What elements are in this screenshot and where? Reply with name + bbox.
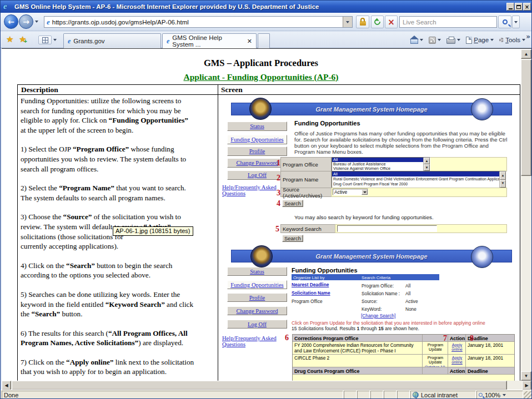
criteria-label: Source: — [362, 299, 378, 304]
address-bar[interactable]: e https://grants.ojp.usdoj.gov/gmsHelp/A… — [44, 16, 353, 28]
search-options-dropdown[interactable] — [512, 16, 520, 28]
page-menu-button[interactable]: Page — [464, 36, 495, 45]
gms-header-title: Grant Management System Homepage — [315, 253, 427, 260]
deadline-column-header: Deadline — [466, 367, 514, 375]
help-page: GMS – Applicant Procedures Applicant - F… — [2, 49, 520, 381]
stop-button[interactable]: × — [385, 16, 398, 28]
scroll-right-arrow[interactable]: ▶ — [522, 381, 531, 390]
history-dropdown[interactable] — [35, 21, 38, 23]
description-line: keyword in the field entitled “Keyword S… — [21, 300, 216, 310]
vertical-scroll-thumb[interactable] — [521, 59, 531, 176]
new-tab-stub[interactable] — [258, 33, 270, 48]
status-pane — [384, 391, 397, 399]
horizontal-scroll-thumb[interactable] — [12, 381, 507, 390]
add-favorite-icon[interactable]: ★+ — [19, 34, 26, 44]
description-line: search all program offices. — [21, 164, 216, 174]
scroll-down-arrow[interactable]: ▼ — [521, 371, 531, 381]
close-button[interactable]: × — [523, 3, 531, 11]
resize-grip[interactable] — [524, 391, 531, 398]
zoom-control[interactable]: 100% — [476, 391, 523, 399]
annotation-number-7: 7 — [443, 334, 447, 343]
gms-intro-text: Office of Justice Programs has many othe… — [294, 130, 508, 155]
toolbar-overflow-chevron[interactable]: » — [526, 33, 530, 41]
image-filename-tooltip: AP-06-1.jpg (108151 bytes) — [113, 226, 193, 236]
browser-viewport: GMS – Applicant Procedures Applicant - F… — [2, 48, 531, 390]
gms-sidebar-status: Status — [227, 122, 287, 131]
description-line: opportunities you wish to review. The sy… — [21, 154, 216, 164]
gms-source-label: Source (Active/Archives) — [280, 188, 332, 197]
gms-search-button: Search — [282, 235, 303, 242]
vertical-scrollbar[interactable]: ▲ ▼ — [521, 49, 531, 381]
results-row: FY 2000 Comprehensive Indian Resources f… — [293, 342, 514, 355]
gms-source-dropdown: Active — [333, 189, 368, 195]
description-line: 1) Select the OJP “Program Office” whose… — [21, 144, 216, 154]
page-title: GMS – Applicant Procedures — [2, 58, 520, 69]
back-button[interactable]: ← — [4, 14, 18, 29]
tab-gms-help[interactable]: e GMS Online Help System ... ✕ — [162, 33, 257, 48]
printer-icon — [446, 38, 455, 44]
criteria-label: Solicitation Name : — [362, 291, 400, 296]
gms-keyword-label: Keyword Search — [280, 224, 335, 233]
gms-program-name-listbox: AllRural Domestic Violence and Child Vic… — [332, 171, 506, 188]
scroll-left-arrow[interactable]: ◀ — [2, 381, 11, 390]
ie-logo-icon: e — [3, 2, 12, 11]
zone-label: Local intranet — [421, 392, 458, 398]
search-icon — [503, 19, 508, 24]
favorites-star-icon[interactable]: ★ — [6, 34, 13, 44]
page-favicon-icon: e — [47, 18, 50, 27]
home-icon — [410, 39, 418, 44]
description-line: 5) Searches can be done utilizing key wo… — [21, 290, 216, 300]
listbox-item: Rural Domestic Violence and Child Victim… — [332, 176, 506, 181]
criteria-label: Program Office: — [362, 283, 394, 289]
description-line: that you wish to apply for to begin an a… — [21, 367, 216, 377]
description-line: according to the options you selected ab… — [21, 270, 216, 280]
horizontal-scrollbar[interactable]: ◀ ▶ — [2, 381, 531, 390]
description-line: 6) The results for this search (“All Pro… — [21, 329, 216, 339]
search-go-button[interactable] — [498, 16, 511, 28]
scroll-up-arrow[interactable]: ▲ — [521, 49, 531, 59]
feeds-button[interactable] — [427, 36, 443, 45]
quick-tabs-button[interactable] — [38, 36, 52, 44]
deadline-value: January 18, 2001 — [466, 342, 514, 355]
home-button[interactable] — [409, 35, 425, 45]
tab-list-dropdown[interactable] — [53, 39, 57, 41]
gms-keyword-note: You may also search by keyword for fundi… — [294, 214, 508, 220]
organize-link-program-office: Program Office — [292, 299, 323, 304]
doj-seal-icon — [249, 98, 272, 120]
tools-menu-button[interactable]: Tools — [498, 36, 527, 44]
description-line: 2) Select the “Program Name” that you wa… — [21, 183, 216, 193]
security-zone-pane: Local intranet — [410, 391, 476, 399]
search-criteria-label: Search Criteria — [362, 275, 390, 280]
results-group-header: Corrections Program Office — [293, 335, 423, 342]
browser-window: e GMS Online Help System - AP-6 - Micros… — [0, 0, 532, 399]
tab-grants-gov[interactable]: e Grants.gov — [63, 33, 161, 48]
status-pane — [370, 391, 383, 399]
live-search-input[interactable]: Live Search — [399, 16, 497, 28]
description-line: at the upper left of the screen to begin… — [21, 125, 216, 135]
gms-sidebar-funding-opportunities: Funding Opportunities — [227, 280, 287, 289]
address-dropdown[interactable] — [343, 17, 352, 27]
status-text: Done — [2, 391, 343, 399]
zoom-magnifier-icon — [479, 393, 483, 397]
criteria-value: All — [405, 283, 410, 289]
maximize-button[interactable] — [515, 3, 523, 11]
intranet-globe-icon — [413, 392, 419, 398]
rss-feed-icon — [429, 37, 436, 44]
refresh-button[interactable] — [371, 16, 384, 28]
gms-program-office-listbox: AllBureau of Justice AssistanceViolence … — [332, 157, 430, 171]
annotation-number-5: 5 — [275, 225, 279, 234]
forward-button[interactable]: → — [19, 14, 33, 29]
minimize-button[interactable] — [506, 3, 514, 11]
status-pane — [344, 391, 357, 399]
criteria-value: Active — [405, 299, 418, 304]
security-lock-button[interactable] — [356, 16, 369, 28]
gms-red-notice: Click on Program Update for the solicita… — [292, 320, 485, 326]
deadline-value: January 18, 2001 — [466, 355, 514, 367]
action-column-header: Action — [448, 335, 466, 342]
gms-header-title: Grant Management System Homepage — [315, 106, 427, 113]
tab-close-icon[interactable]: ✕ — [247, 38, 252, 45]
description-line: search for funding opportunities for whi… — [21, 106, 216, 116]
page-icon — [466, 37, 472, 44]
annotation-number-1: 1 — [277, 159, 280, 168]
print-button[interactable] — [445, 35, 462, 45]
